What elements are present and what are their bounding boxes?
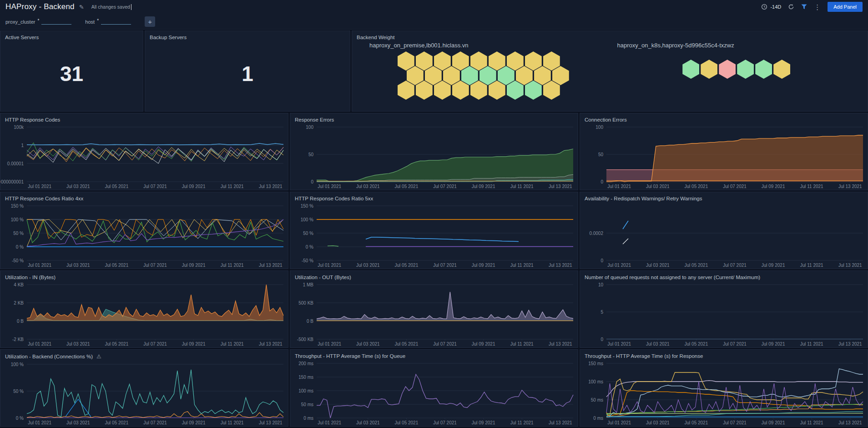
svg-text:Jul 05 2021: Jul 05 2021: [685, 184, 708, 189]
svg-text:Jul 07 2021: Jul 07 2021: [433, 263, 457, 268]
hex-cell[interactable]: [507, 81, 524, 100]
hex-cell[interactable]: [737, 60, 754, 79]
utilization-in-chart[interactable]: 4 KB2 KB0 B-2 KBJul 01 2021Jul 03 2021Ju…: [0, 281, 288, 347]
svg-text:Jul 03 2021: Jul 03 2021: [66, 184, 90, 189]
svg-text:150 %: 150 %: [301, 204, 313, 209]
panel-response-errors: Response Errors 100500Jul 01 2021Jul 03 …: [290, 113, 578, 190]
time-range-value[interactable]: -14D: [770, 4, 781, 10]
panel-title: HTTP Response Codes Ratio 4xx: [0, 192, 288, 202]
svg-text:0: 0: [601, 179, 603, 184]
add-panel-button[interactable]: Add Panel: [828, 2, 863, 12]
svg-text:0 %: 0 %: [16, 245, 24, 250]
filter-proxy-cluster: proxy_cluster *: [5, 18, 71, 25]
hex-cell[interactable]: [755, 60, 772, 79]
svg-text:Jul 07 2021: Jul 07 2021: [433, 341, 457, 346]
hex-cell[interactable]: [489, 81, 505, 100]
hex-cell[interactable]: [701, 60, 717, 79]
svg-text:Jul 11 2021: Jul 11 2021: [800, 420, 823, 425]
svg-text:100 %: 100 %: [11, 362, 24, 367]
connection-errors-chart[interactable]: 100500Jul 01 2021Jul 03 2021Jul 05 2021J…: [580, 123, 868, 190]
svg-text:100: 100: [595, 125, 603, 130]
utilization-backend-chart[interactable]: 100 %50 %0 %Jul 01 2021Jul 03 2021Jul 05…: [0, 361, 288, 426]
svg-text:50 ms: 50 ms: [591, 397, 603, 403]
warning-icon[interactable]: ⚠: [96, 353, 101, 360]
svg-text:Jul 05 2021: Jul 05 2021: [685, 341, 708, 346]
svg-text:0: 0: [601, 258, 603, 263]
ratio-5xx-chart[interactable]: 150 %100 %50 %0 %-50 %Jul 01 2021Jul 03 …: [290, 202, 578, 269]
svg-text:50 %: 50 %: [303, 231, 313, 236]
response-errors-chart[interactable]: 100500Jul 01 2021Jul 03 2021Jul 05 2021J…: [290, 123, 578, 190]
panel-queued-requests: Number of queued requests not assigned t…: [580, 270, 868, 348]
svg-text:0.0000000001: 0.0000000001: [0, 179, 24, 184]
svg-text:100 ms: 100 ms: [588, 379, 603, 384]
hex-cell[interactable]: [525, 81, 542, 100]
throughput-response-chart[interactable]: 150 ms100 ms50 ms0 msJul 01 2021Jul 03 2…: [580, 360, 868, 426]
honeycomb-chart[interactable]: [682, 60, 791, 79]
filter-icon[interactable]: [801, 4, 807, 10]
svg-text:Jul 07 2021: Jul 07 2021: [723, 341, 747, 346]
hex-cell[interactable]: [470, 81, 487, 100]
svg-text:Jul 11 2021: Jul 11 2021: [510, 184, 534, 189]
add-filter-button[interactable]: +: [145, 16, 155, 27]
svg-text:Jul 07 2021: Jul 07 2021: [723, 420, 747, 425]
http-response-codes-chart[interactable]: 100k10.000010.0000000001Jul 01 2021Jul 0…: [0, 123, 288, 190]
svg-text:100 %: 100 %: [11, 217, 24, 222]
ratio-4xx-chart[interactable]: 150 %100 %50 %0 %-50 %Jul 01 2021Jul 03 …: [0, 202, 288, 269]
svg-text:Jul 13 2021: Jul 13 2021: [838, 184, 862, 189]
svg-text:Jul 09 2021: Jul 09 2021: [762, 184, 785, 189]
svg-text:0 B: 0 B: [17, 319, 24, 324]
utilization-out-chart[interactable]: 1 MB500 KB0 B-500 KBJul 01 2021Jul 03 20…: [290, 281, 578, 347]
hex-cell[interactable]: [452, 81, 469, 100]
svg-text:Jul 05 2021: Jul 05 2021: [105, 184, 129, 189]
hex-cell[interactable]: [398, 81, 414, 100]
panel-utilization-out: Utilization - OUT (Bytes) 1 MB500 KB0 B-…: [290, 270, 578, 348]
svg-text:Jul 13 2021: Jul 13 2021: [259, 263, 283, 268]
svg-text:Jul 07 2021: Jul 07 2021: [433, 184, 457, 189]
svg-text:Jul 01 2021: Jul 01 2021: [607, 341, 631, 346]
svg-text:Jul 03 2021: Jul 03 2021: [646, 341, 670, 346]
svg-text:0 ms: 0 ms: [593, 416, 603, 421]
hex-cell[interactable]: [416, 81, 433, 100]
svg-text:500 KB: 500 KB: [298, 301, 313, 306]
host-input[interactable]: [101, 18, 131, 25]
panel-title: Number of queued requests not assigned t…: [580, 271, 868, 281]
hex-cell[interactable]: [719, 60, 736, 79]
svg-text:Jul 11 2021: Jul 11 2021: [800, 341, 823, 346]
honeycomb-chart[interactable]: [397, 51, 570, 100]
svg-text:Jul 13 2021: Jul 13 2021: [838, 420, 862, 425]
edit-icon[interactable]: ✎: [79, 4, 84, 10]
svg-text:4 KB: 4 KB: [14, 282, 24, 287]
backend-weight-group-onpremise: haproxy_on_premise,lb001.hiclass.vn: [357, 42, 610, 107]
hex-cell[interactable]: [773, 60, 790, 79]
svg-text:Jul 09 2021: Jul 09 2021: [472, 184, 495, 189]
svg-text:0 ms: 0 ms: [303, 416, 313, 421]
hex-cell[interactable]: [682, 60, 699, 79]
proxy-cluster-input[interactable]: [41, 18, 71, 25]
svg-text:Jul 09 2021: Jul 09 2021: [472, 420, 495, 425]
svg-text:50: 50: [598, 152, 604, 157]
svg-text:Jul 09 2021: Jul 09 2021: [182, 341, 206, 346]
throughput-queue-chart[interactable]: 200 ms150 ms100 ms50 ms0 msJul 01 2021Ju…: [290, 360, 578, 426]
hex-cell[interactable]: [434, 81, 451, 100]
svg-text:Jul 13 2021: Jul 13 2021: [549, 420, 572, 425]
panel-ratio-5xx: HTTP Response Codes Ratio 5xx 150 %100 %…: [290, 192, 578, 269]
svg-text:Jul 01 2021: Jul 01 2021: [28, 263, 51, 268]
svg-text:150 ms: 150 ms: [298, 375, 313, 380]
queued-requests-chart[interactable]: 1050Jul 01 2021Jul 03 2021Jul 05 2021Jul…: [580, 281, 868, 347]
availability-chart[interactable]: 0.00020Jul 01 2021Jul 03 2021Jul 05 2021…: [580, 202, 868, 269]
svg-text:Jul 13 2021: Jul 13 2021: [549, 341, 572, 346]
svg-text:Jul 05 2021: Jul 05 2021: [395, 420, 419, 425]
svg-text:200 ms: 200 ms: [298, 361, 313, 366]
svg-text:Jul 07 2021: Jul 07 2021: [143, 341, 167, 346]
svg-text:0: 0: [601, 337, 603, 342]
kebab-menu-icon[interactable]: ⋮: [814, 4, 821, 10]
hex-cell[interactable]: [543, 81, 560, 100]
svg-text:150 ms: 150 ms: [588, 361, 603, 366]
svg-text:0.00001: 0.00001: [7, 161, 24, 166]
refresh-icon[interactable]: [788, 4, 794, 10]
honeycomb-group-label: haproxy_on_k8s,haproxy-5d996c55c4-txzwz: [610, 42, 863, 49]
filter-label: proxy_cluster: [5, 19, 35, 25]
panel-title-text: Utilization - Backend (Connections %): [5, 354, 93, 359]
svg-text:Jul 03 2021: Jul 03 2021: [356, 184, 380, 189]
time-range-clock-icon[interactable]: [761, 4, 767, 10]
